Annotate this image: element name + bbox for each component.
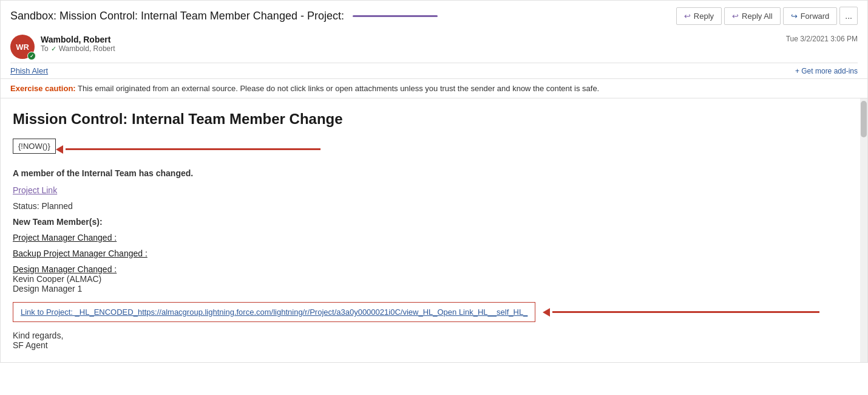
avatar-initials: WR — [16, 43, 29, 52]
email-main-title: Mission Control: Internal Team Member Ch… — [13, 111, 838, 128]
warning-text: This email originated from an external s… — [78, 84, 599, 93]
red-arrow — [56, 145, 320, 154]
arrow-head-icon — [56, 145, 63, 154]
scrollbar-thumb[interactable] — [861, 101, 867, 137]
project-link-section: Project Link — [13, 185, 838, 195]
forward-button[interactable]: ↪ Forward — [783, 7, 838, 25]
email-subject: Sandbox: Mission Control: Internal Team … — [10, 10, 344, 22]
sender-info: Wambold, Robert To ✓ Wambold, Robert — [41, 35, 115, 53]
scrollbar-track[interactable] — [860, 98, 867, 362]
new-team-label: New Team Member(s): — [13, 217, 838, 227]
forward-icon: ↪ — [791, 12, 798, 21]
sender-to-row: To ✓ Wambold, Robert — [41, 44, 115, 53]
reply-all-label: Reply All — [742, 12, 773, 21]
template-tag-box: {!NOW()} — [13, 139, 56, 154]
arrow-line — [66, 148, 320, 150]
sign-off: Kind regards, SF Agent — [13, 331, 838, 350]
recipient-name: Wambold, Robert — [59, 44, 115, 53]
link-arrow-head-icon — [543, 308, 550, 317]
reply-button[interactable]: ↩ Reply — [676, 7, 722, 25]
link-to-project-box[interactable]: Link to Project: _HL_ENCODED_https://alm… — [13, 302, 535, 322]
reply-all-button[interactable]: ↩ Reply All — [724, 7, 781, 25]
member-changed-text: A member of the Internal Team has change… — [13, 168, 838, 178]
plugin-bar: Phish Alert + Get more add-ins — [10, 63, 858, 78]
warning-bar: Exercise caution: This email originated … — [1, 79, 867, 98]
forward-label: Forward — [801, 12, 830, 21]
link-to-project-row: Link to Project: _HL_ENCODED_https://alm… — [13, 302, 838, 322]
sign-off-line1: Kind regards, — [13, 331, 838, 340]
avatar: WR ✓ — [10, 35, 35, 59]
backup-pm-changed-row: Backup Project Manager Changed : — [13, 249, 838, 258]
design-manager-role: Design Manager 1 — [13, 284, 838, 294]
phish-alert-plugin[interactable]: Phish Alert — [10, 66, 48, 75]
verified-checkmark: ✓ — [27, 52, 36, 60]
sender-row: WR ✓ Wambold, Robert To ✓ Wambold, Rober… — [10, 30, 858, 63]
template-arrow-row: {!NOW()} — [13, 139, 838, 160]
pm-changed-link[interactable]: Project Manager Changed : — [13, 233, 117, 242]
reply-icon: ↩ — [684, 12, 691, 21]
warning-label: Exercise caution: — [10, 84, 76, 93]
sign-off-line2: SF Agent — [13, 340, 838, 350]
action-toolbar: ↩ Reply ↩ Reply All ↪ Forward ... — [676, 7, 858, 25]
design-manager-changed-link[interactable]: Design Manager Changed : — [13, 264, 117, 274]
email-body-content: Mission Control: Internal Team Member Ch… — [1, 98, 860, 362]
email-timestamp: Tue 3/2/2021 3:06 PM — [786, 35, 858, 43]
to-label: To — [41, 44, 49, 53]
link-red-arrow — [543, 308, 819, 317]
content-area: Mission Control: Internal Team Member Ch… — [1, 98, 867, 362]
get-addins-link[interactable]: + Get more add-ins — [795, 67, 858, 75]
backup-pm-changed-link[interactable]: Backup Project Manager Changed : — [13, 249, 147, 258]
status-value: Planned — [41, 201, 72, 211]
reply-label: Reply — [694, 12, 714, 21]
new-team-section: New Team Member(s): — [13, 217, 838, 227]
status-row: Status: Planned — [13, 201, 838, 211]
pm-changed-row: Project Manager Changed : — [13, 233, 838, 242]
verified-icon: ✓ — [51, 45, 56, 53]
link-arrow-line — [552, 311, 819, 313]
design-manager-name: Kevin Cooper (ALMAC) — [13, 274, 838, 284]
reply-all-icon: ↩ — [732, 12, 739, 21]
project-link[interactable]: Project Link — [13, 185, 57, 195]
more-options-button[interactable]: ... — [839, 7, 858, 25]
sender-name: Wambold, Robert — [41, 35, 115, 44]
status-label: Status: — [13, 201, 39, 211]
subject-decoration — [353, 15, 438, 17]
design-manager-section: Design Manager Changed : Kevin Cooper (A… — [13, 264, 838, 294]
